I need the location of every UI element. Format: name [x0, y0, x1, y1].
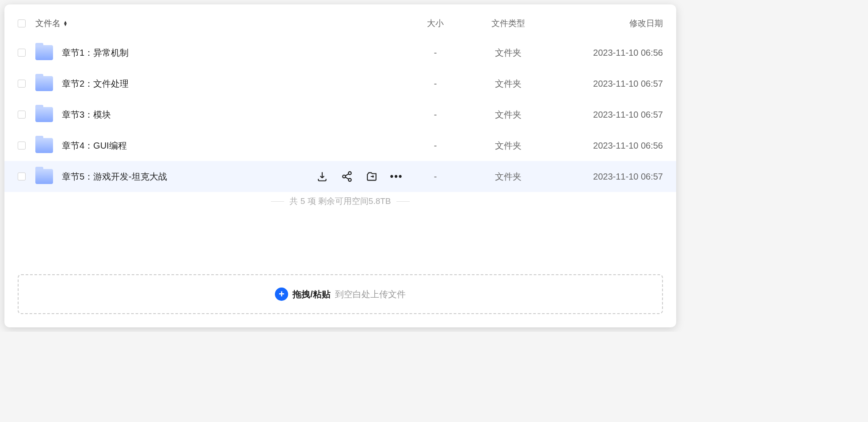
download-icon[interactable] — [316, 171, 328, 182]
column-header-size[interactable]: 大小 — [402, 18, 468, 29]
svg-point-13 — [343, 175, 346, 178]
sort-icon[interactable] — [63, 21, 68, 26]
file-size: - — [402, 141, 468, 151]
share-icon[interactable] — [341, 171, 353, 182]
folder-icon — [35, 107, 53, 122]
table-row[interactable]: 章节2：文件处理 ••• - 文件夹 2023-11-10 06:57 — [4, 68, 676, 99]
file-type: 文件夹 — [468, 140, 548, 152]
table-row[interactable]: 章节1：异常机制 ••• - 文件夹 2023-11-10 06:56 — [4, 37, 676, 68]
file-size: - — [402, 110, 468, 120]
file-type: 文件夹 — [468, 109, 548, 121]
column-header-date[interactable]: 修改日期 — [548, 18, 663, 29]
file-table: 文件名 大小 文件类型 修改日期 章节1：异常机制 — [4, 4, 676, 270]
row-checkbox[interactable] — [18, 142, 26, 150]
file-date: 2023-11-10 06:56 — [548, 141, 663, 151]
file-list: 章节1：异常机制 ••• - 文件夹 2023-11-10 06:56 章节2：… — [4, 37, 676, 192]
table-row[interactable]: 章节4：GUI编程 ••• - 文件夹 2023-11-10 06:56 — [4, 130, 676, 161]
summary-line: 共 5 项 剩余可用空间5.8TB — [4, 192, 676, 216]
file-date: 2023-11-10 06:57 — [548, 79, 663, 89]
row-actions: ••• — [316, 171, 402, 182]
add-icon: + — [275, 288, 288, 301]
summary-text: 共 5 项 剩余可用空间5.8TB — [289, 196, 391, 207]
file-name: 章节1：异常机制 — [62, 47, 129, 59]
column-name-label: 文件名 — [35, 18, 61, 29]
row-checkbox[interactable] — [18, 111, 26, 119]
svg-point-12 — [348, 172, 351, 175]
file-name: 章节4：GUI编程 — [62, 140, 127, 152]
row-checkbox[interactable] — [18, 173, 26, 180]
dropzone-strong: 拖拽/粘贴 — [293, 288, 331, 300]
file-date: 2023-11-10 06:56 — [548, 48, 663, 58]
move-icon[interactable] — [366, 171, 377, 182]
file-size: - — [402, 48, 468, 58]
file-type: 文件夹 — [468, 171, 548, 183]
file-date: 2023-11-10 06:57 — [548, 110, 663, 120]
more-icon[interactable]: ••• — [391, 171, 402, 182]
file-type: 文件夹 — [468, 78, 548, 90]
file-name: 章节5：游戏开发-坦克大战 — [62, 171, 167, 183]
file-name: 章节2：文件处理 — [62, 78, 129, 90]
file-size: - — [402, 79, 468, 89]
row-checkbox[interactable] — [18, 49, 26, 57]
file-name: 章节3：模块 — [62, 109, 111, 121]
file-type: 文件夹 — [468, 47, 548, 59]
upload-dropzone[interactable]: + 拖拽/粘贴 到空白处上传文件 — [18, 274, 663, 314]
file-manager-window: 文件名 大小 文件类型 修改日期 章节1：异常机制 — [4, 4, 676, 327]
row-checkbox[interactable] — [18, 80, 26, 88]
column-header-type[interactable]: 文件类型 — [468, 18, 548, 29]
svg-point-14 — [348, 178, 351, 181]
select-all-checkbox[interactable] — [18, 19, 26, 27]
table-row[interactable]: 章节5：游戏开发-坦克大战 ••• - 文件夹 2023-11-10 06:57 — [4, 161, 676, 192]
folder-icon — [35, 76, 53, 91]
table-row[interactable]: 章节3：模块 ••• - 文件夹 2023-11-10 06:57 — [4, 99, 676, 130]
table-header: 文件名 大小 文件类型 修改日期 — [4, 13, 676, 37]
dropzone-muted: 到空白处上传文件 — [335, 288, 406, 300]
folder-icon — [35, 169, 53, 184]
folder-icon — [35, 138, 53, 153]
column-header-name[interactable]: 文件名 — [35, 18, 402, 29]
file-date: 2023-11-10 06:57 — [548, 172, 663, 182]
file-size: - — [402, 172, 468, 182]
folder-icon — [35, 45, 53, 60]
